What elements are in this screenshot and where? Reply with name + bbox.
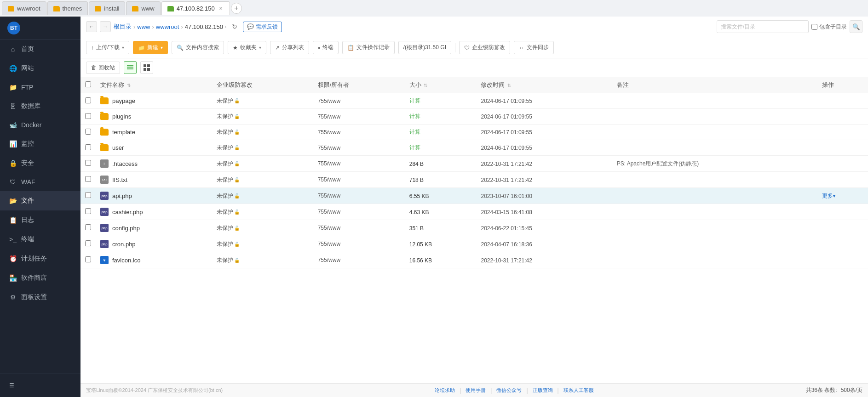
file-name[interactable]: cashier.php	[112, 209, 143, 216]
terminal-button[interactable]: ▪ 终端	[313, 41, 338, 54]
row-checkbox[interactable]	[85, 240, 91, 246]
file-name[interactable]: user	[112, 144, 124, 151]
tab-wwwroot[interactable]: wwwroot	[2, 1, 46, 15]
forum-link[interactable]: 论坛求助	[435, 387, 455, 394]
tab-ip[interactable]: 47.100.82.150 ✕	[161, 1, 230, 15]
file-size[interactable]: 计算	[405, 109, 477, 125]
log-icon: 📋	[347, 45, 354, 51]
sidebar-item-files[interactable]: 📂 文件	[0, 191, 80, 210]
sidebar-item-website[interactable]: 🌐 网站	[0, 59, 80, 78]
breadcrumb-wwwroot[interactable]: wwwroot	[156, 23, 179, 30]
sidebar-item-database[interactable]: 🗄 数据库	[0, 96, 80, 116]
forward-button[interactable]: →	[100, 21, 111, 32]
more-action-button[interactable]: 更多▾	[822, 193, 835, 199]
file-name[interactable]: plugins	[112, 113, 131, 120]
terminal-icon: ▪	[318, 45, 320, 51]
protection-status: 未保护	[217, 160, 233, 167]
th-size[interactable]: 大小 ⇅	[405, 77, 477, 93]
file-name[interactable]: favicon.ico	[112, 257, 140, 264]
storage-info-button[interactable]: /(根目录)31.50 GI	[398, 41, 451, 54]
sidebar-item-waf[interactable]: 🛡 WAF	[0, 173, 80, 191]
docker-icon: 🐋	[9, 121, 17, 129]
file-name[interactable]: config.php	[112, 225, 140, 232]
row-checkbox[interactable]	[85, 176, 91, 182]
sidebar-item-appstore[interactable]: 🏪 软件商店	[0, 268, 80, 288]
wechat-link[interactable]: 微信公众号	[496, 387, 522, 394]
verify-link[interactable]: 正版查询	[533, 387, 553, 394]
bookmarks-button[interactable]: ★ 收藏夹 ▾	[228, 41, 266, 54]
size-value: 12.05 KB	[409, 241, 432, 248]
row-checkbox[interactable]	[85, 144, 91, 150]
breadcrumb-chevron[interactable]: ›	[225, 24, 226, 29]
tab-close-btn[interactable]: ✕	[218, 6, 224, 12]
row-checkbox[interactable]	[85, 208, 91, 214]
breadcrumb-root[interactable]: 根目录	[114, 23, 132, 31]
sidebar-item-monitor[interactable]: 📊 监控	[0, 134, 80, 153]
file-size[interactable]: 计算	[405, 140, 477, 156]
view-list-button[interactable]	[124, 61, 137, 74]
sidebar-collapse-btn[interactable]: ☰	[0, 379, 80, 392]
size-calc-link[interactable]: 计算	[409, 129, 420, 135]
row-checkbox[interactable]	[85, 192, 91, 198]
feedback-button[interactable]: 💬 需求反馈	[243, 22, 282, 32]
sidebar-item-ftp[interactable]: 📁 FTP	[0, 78, 80, 96]
file-name[interactable]: api.php	[112, 193, 132, 199]
search-button[interactable]: 🔍	[850, 20, 862, 33]
row-checkbox[interactable]	[85, 129, 91, 135]
tab-www[interactable]: www	[126, 1, 160, 15]
tab-themes[interactable]: themes	[47, 1, 88, 15]
file-size[interactable]: 计算	[405, 125, 477, 140]
new-button[interactable]: 📁 新建 ▾	[133, 41, 168, 54]
include-subdir-checkbox[interactable]	[811, 24, 817, 30]
sidebar-item-home[interactable]: ⌂ 首页	[0, 40, 80, 59]
file-size[interactable]: 计算	[405, 93, 477, 109]
view-grid-button[interactable]	[140, 61, 153, 74]
sidebar-item-security[interactable]: 🔒 安全	[0, 153, 80, 173]
row-checkbox[interactable]	[85, 224, 91, 230]
breadcrumb-www[interactable]: www	[137, 23, 150, 30]
th-date[interactable]: 修改时间 ⇅	[476, 77, 612, 93]
sidebar-item-logs[interactable]: 📋 日志	[0, 210, 80, 230]
support-link[interactable]: 联系人工客服	[563, 387, 594, 394]
row-checkbox[interactable]	[85, 113, 91, 119]
tab-install[interactable]: install	[89, 1, 125, 15]
size-value: 351 B	[409, 225, 424, 232]
file-sync-button[interactable]: ↔ 文件同步	[514, 41, 554, 54]
row-checkbox[interactable]	[85, 256, 91, 262]
sidebar-item-settings[interactable]: ⚙ 面板设置	[0, 288, 80, 307]
file-name[interactable]: template	[112, 129, 135, 136]
select-all-checkbox[interactable]	[85, 81, 91, 87]
file-size: 12.05 KB	[405, 236, 477, 252]
row-checkbox[interactable]	[85, 97, 91, 103]
search-input[interactable]	[717, 20, 809, 33]
enterprise-protect-button[interactable]: 🛡 企业级防篡改	[459, 41, 510, 54]
file-name-cell: plugins	[100, 113, 207, 120]
size-calc-link[interactable]: 计算	[409, 97, 420, 104]
file-name[interactable]: .htaccess	[112, 160, 138, 167]
file-content-search-button[interactable]: 🔍 文件内容搜索	[172, 41, 224, 54]
size-calc-link[interactable]: 计算	[409, 144, 420, 151]
file-name[interactable]: paypage	[112, 97, 135, 104]
tab-add-btn[interactable]: +	[231, 3, 242, 14]
file-protection: 未保护🔓	[212, 252, 313, 268]
size-calc-link[interactable]: 计算	[409, 113, 420, 119]
upload-icon: ↑	[91, 45, 94, 51]
sidebar-item-cron[interactable]: ⏰ 计划任务	[0, 249, 80, 268]
share-list-button[interactable]: ↗ 分享列表	[270, 41, 309, 54]
file-name[interactable]: IIS.txt	[112, 176, 127, 183]
sidebar-item-docker[interactable]: 🐋 Docker	[0, 116, 80, 134]
database-icon: 🗄	[9, 102, 17, 110]
file-date: 2024-03-15 16:41:08	[476, 204, 612, 220]
file-note	[612, 188, 817, 204]
file-protection: 未保护🔓	[212, 220, 313, 236]
manual-link[interactable]: 使用手册	[466, 387, 486, 394]
file-name[interactable]: cron.php	[112, 241, 136, 248]
upload-download-button[interactable]: ↑ 上传/下载 ▾	[86, 41, 129, 54]
row-checkbox[interactable]	[85, 160, 91, 166]
file-op-log-button[interactable]: 📋 文件操作记录	[342, 41, 395, 54]
recycle-bin-button[interactable]: 🗑 回收站	[86, 62, 120, 74]
back-button[interactable]: ←	[86, 21, 97, 32]
refresh-button[interactable]: ↻	[229, 21, 240, 32]
sidebar-item-terminal[interactable]: >_ 终端	[0, 230, 80, 249]
th-filename[interactable]: 文件名称 ⇅	[96, 77, 212, 93]
